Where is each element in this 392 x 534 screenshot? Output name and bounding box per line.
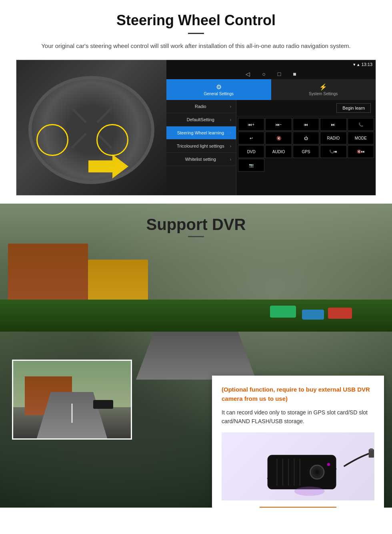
ctrl-vol-down[interactable]: ⏮− (265, 118, 292, 131)
ctrl-mode[interactable]: MODE (348, 132, 374, 144)
home-icon: ○ (262, 71, 265, 77)
system-settings-icon: ⚡ (319, 83, 327, 91)
inset-car (93, 400, 113, 409)
tab-system-settings[interactable]: ⚡ System Settings (271, 79, 376, 100)
menu-item-radio[interactable]: Radio › (166, 100, 236, 113)
svg-rect-1 (369, 449, 374, 458)
ctrl-vol-up[interactable]: ⏮+ (238, 118, 264, 131)
arrow-indicator (88, 154, 128, 180)
ctrl-hang-up[interactable]: ↩ (238, 132, 264, 144)
menu-item-defaultsetting[interactable]: DefaultSetting › (166, 113, 236, 126)
android-ui-panel: ▾ ▴ 13:13 ◁ ○ □ ■ ⚙ General Settings ⚡ S… (166, 60, 376, 195)
ctrl-audio[interactable]: AUDIO (265, 145, 292, 158)
begin-learn-row: Begin learn (236, 100, 376, 116)
ctrl-camera[interactable]: 📷 (238, 159, 264, 172)
settings-tabs: ⚙ General Settings ⚡ System Settings (166, 79, 376, 100)
begin-learn-button[interactable]: Begin learn (336, 103, 371, 113)
section1-steering: Steering Wheel Control Your original car… (0, 0, 392, 204)
street-scene (0, 236, 392, 380)
svg-rect-2 (370, 448, 373, 450)
menu-item-tricoloured-label: Tricoloured light settings (171, 144, 230, 148)
dvr-info-card: (Optional function, require to buy exter… (212, 376, 384, 508)
left-menu: Radio › DefaultSetting › Steering Wheel … (166, 100, 236, 195)
svg-point-11 (315, 470, 319, 474)
ctrl-prev-track[interactable]: ⏮ (293, 118, 319, 131)
car1 (328, 308, 352, 319)
dvr-description: It can record video only to storage in G… (222, 408, 374, 426)
ctrl-call-prev[interactable]: 📞⏮ (320, 145, 346, 158)
dvr-camera-image (222, 432, 374, 500)
menu-icon: ■ (293, 71, 296, 77)
ctrl-radio[interactable]: RADIO (320, 132, 346, 144)
chevron-icon-3: › (230, 131, 231, 135)
ctrl-call[interactable]: 📞 (348, 118, 374, 131)
svg-marker-0 (88, 154, 128, 178)
right-control-circle (96, 124, 128, 156)
section2-dvr: Support DVR (Optional function, require … (0, 204, 392, 508)
right-panel: Begin learn ⏮+ ⏮− ⏮ ⏭ 📞 ↩ 🔇 ⏻ R (236, 100, 376, 195)
chevron-icon: › (230, 104, 231, 109)
android-status-bar: ▾ ▴ 13:13 (166, 60, 376, 69)
svg-point-12 (327, 463, 330, 466)
back-icon: ◁ (246, 71, 250, 77)
dvr-camera-svg (222, 432, 374, 500)
svg-rect-3 (268, 455, 336, 489)
car3 (270, 306, 296, 318)
ctrl-next-track[interactable]: ⏭ (320, 118, 346, 131)
menu-item-defaultsetting-label: DefaultSetting (171, 117, 230, 122)
ctrl-power[interactable]: ⏻ (293, 132, 319, 144)
general-settings-icon: ⚙ (216, 83, 222, 91)
car2 (302, 310, 324, 320)
menu-item-steering-label: Steering Wheel learning (171, 130, 230, 135)
recents-icon: □ (278, 71, 281, 77)
menu-item-radio-label: Radio (171, 104, 230, 109)
chevron-icon-2: › (230, 118, 231, 122)
left-control-circle (36, 124, 68, 156)
menu-item-tricoloured[interactable]: Tricoloured light settings › (166, 140, 236, 153)
steering-wheel-image (16, 60, 166, 196)
hub (84, 120, 100, 136)
svg-point-13 (294, 486, 324, 496)
menu-item-whitelist-label: Whitelist setting (171, 157, 230, 162)
clock: 13:13 (361, 62, 372, 67)
control-grid: ⏮+ ⏮− ⏮ ⏭ 📞 ↩ 🔇 ⏻ RADIO MODE DVD AUDIO (236, 116, 376, 173)
ui-screenshot: ▾ ▴ 13:13 ◁ ○ □ ■ ⚙ General Settings ⚡ S… (16, 60, 376, 196)
page-title: Steering Wheel Control (16, 12, 376, 29)
chevron-icon-4: › (230, 144, 231, 148)
tab-general-label: General Settings (204, 92, 234, 96)
ctrl-mute-next[interactable]: 🔇⏭ (348, 145, 374, 158)
dvr-inset-view (12, 360, 132, 440)
title-divider (188, 33, 204, 34)
section1-subtitle: Your original car's steering wheel contr… (16, 41, 376, 51)
signal-icon: ▴ (357, 62, 360, 67)
menu-item-steering-wheel[interactable]: Steering Wheel learning › (166, 126, 236, 140)
menu-list: Radio › DefaultSetting › Steering Wheel … (166, 100, 376, 195)
ctrl-gps[interactable]: GPS (293, 145, 319, 158)
dvr-optional-text: (Optional function, require to buy exter… (222, 385, 374, 403)
menu-item-whitelist[interactable]: Whitelist setting › (166, 153, 236, 166)
tab-general-settings[interactable]: ⚙ General Settings (166, 79, 271, 100)
section2-title: Support DVR (0, 204, 392, 234)
section2-divider (188, 236, 204, 237)
tab-system-label: System Settings (309, 92, 338, 96)
inset-road-line (72, 404, 73, 423)
wifi-icon: ▾ (353, 62, 356, 67)
chevron-icon-5: › (230, 157, 231, 162)
optional-function-button[interactable]: Optional Function (260, 507, 336, 508)
android-nav-bar: ◁ ○ □ ■ (166, 69, 376, 79)
road (136, 332, 256, 380)
ctrl-mute[interactable]: 🔇 (265, 132, 292, 144)
ctrl-dvd[interactable]: DVD (238, 145, 264, 158)
